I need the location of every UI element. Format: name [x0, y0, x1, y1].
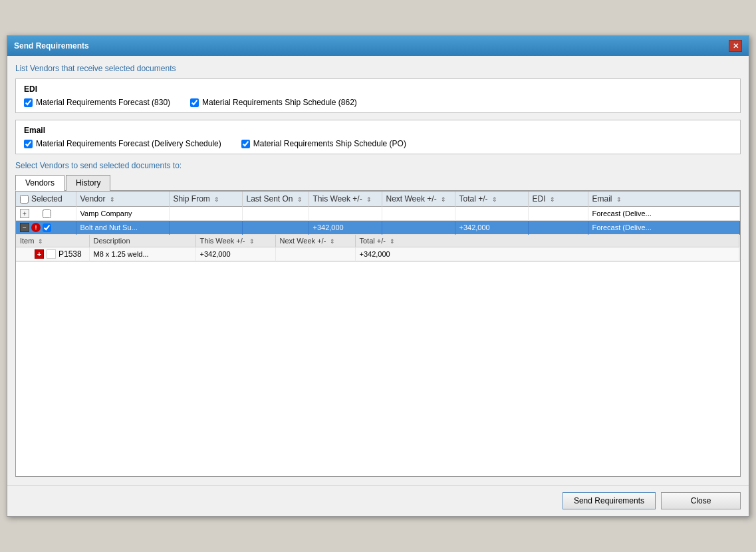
row2-vendor: Bolt and Nut Su... — [76, 221, 169, 235]
col-ship-from: Ship From ⇕ — [169, 192, 242, 207]
col-total: Total +/- ⇕ — [455, 192, 528, 207]
row2-email: Forecast (Delive... — [588, 221, 740, 235]
row1-next-week — [382, 207, 455, 221]
col-next-week: Next Week +/- ⇕ — [382, 192, 455, 207]
vendors-table: Selected Vendor ⇕ Ship From ⇕ Last Se — [16, 192, 740, 262]
col-selected: Selected — [16, 192, 76, 207]
row1-edi — [528, 207, 588, 221]
select-all-checkbox[interactable] — [20, 195, 29, 204]
tab-vendors[interactable]: Vendors — [15, 175, 64, 191]
row1-vendor: Vamp Company — [76, 207, 169, 221]
sub-this-week-sort: ⇕ — [249, 238, 255, 245]
vendors-table-container: Selected Vendor ⇕ Ship From ⇕ Last Se — [15, 191, 741, 477]
close-button[interactable]: Close — [661, 492, 741, 509]
tab-history[interactable]: History — [66, 175, 110, 191]
last-sent-sort-icon: ⇕ — [297, 196, 303, 203]
row1-total — [455, 207, 528, 221]
sub-col-description: Description — [89, 235, 195, 247]
total-sort-icon: ⇕ — [492, 196, 497, 203]
sub-col-next-week: Next Week +/- ⇕ — [275, 235, 355, 247]
next-week-sort-icon: ⇕ — [441, 196, 446, 203]
edi-sort-icon: ⇕ — [550, 196, 555, 203]
table-row[interactable]: − ! Bolt and Nut Su... +342,000 +342,000 — [16, 221, 740, 235]
title-bar: Send Requirements ✕ — [7, 36, 749, 56]
row2-expand-btn[interactable]: − — [20, 223, 29, 232]
sub-row1-this-week: +342,000 — [195, 247, 275, 261]
email-checkbox-1[interactable]: Material Requirements Forecast (Delivery… — [24, 139, 221, 148]
email-checkbox-2-label: Material Requirements Ship Schedule (PO) — [253, 139, 406, 148]
edi-checkbox-1-input[interactable] — [24, 98, 33, 107]
sub-row1-total: +342,000 — [355, 247, 739, 261]
col-selected-label: Selected — [31, 194, 63, 204]
this-week-sort-icon: ⇕ — [366, 196, 372, 203]
edi-checkbox-2-input[interactable] — [190, 98, 199, 107]
sub-item-sort: ⇕ — [38, 238, 43, 245]
vendor-sort-icon: ⇕ — [110, 196, 115, 203]
row2-edi — [528, 221, 588, 235]
sub-col-item: Item ⇕ — [16, 235, 89, 247]
edi-checkbox-1-label: Material Requirements Forecast (830) — [36, 98, 170, 107]
edi-checkbox-1[interactable]: Material Requirements Forecast (830) — [24, 98, 170, 107]
row1-selected-cell: + — [16, 207, 76, 221]
sub-total-sort: ⇕ — [390, 238, 395, 245]
edi-section: EDI Material Requirements Forecast (830)… — [15, 78, 741, 113]
dialog-body: List Vendors that receive selected docum… — [7, 56, 749, 485]
edi-checkbox-2[interactable]: Material Requirements Ship Schedule (862… — [190, 98, 357, 107]
table-header-row: Selected Vendor ⇕ Ship From ⇕ Last Se — [16, 192, 740, 207]
edi-checkbox-row: Material Requirements Forecast (830) Mat… — [24, 98, 732, 107]
edi-label: EDI — [24, 84, 732, 94]
row2-this-week: +342,000 — [309, 221, 382, 235]
row2-last-sent — [242, 221, 309, 235]
row2-ship-from — [169, 221, 242, 235]
list-vendors-label: List Vendors that receive selected docum… — [15, 64, 741, 73]
col-this-week: This Week +/- ⇕ — [309, 192, 382, 207]
row1-last-sent — [242, 207, 309, 221]
select-vendors-label: Select Vendors to send selected document… — [15, 161, 741, 170]
sub-row1-next-week — [275, 247, 355, 261]
col-vendor: Vendor ⇕ — [76, 192, 169, 207]
email-checkbox-row: Material Requirements Forecast (Delivery… — [24, 139, 732, 148]
dialog: Send Requirements ✕ List Vendors that re… — [7, 35, 749, 517]
send-requirements-button[interactable]: Send Requirements — [563, 492, 656, 509]
col-last-sent-on: Last Sent On ⇕ — [242, 192, 309, 207]
col-edi: EDI ⇕ — [528, 192, 588, 207]
dialog-title: Send Requirements — [14, 41, 89, 51]
row1-checkbox[interactable] — [43, 209, 51, 218]
row2-error-icon: ! — [31, 223, 41, 232]
email-checkbox-1-input[interactable] — [24, 140, 33, 148]
row1-this-week — [309, 207, 382, 221]
close-window-button[interactable]: ✕ — [729, 40, 742, 52]
tabs-container: Vendors History — [15, 174, 741, 191]
row2-next-week — [382, 221, 455, 235]
title-bar-buttons: ✕ — [729, 40, 742, 52]
sub-table-row: Item ⇕ Description This Week +/- ⇕ Next … — [16, 235, 740, 262]
email-checkbox-2-input[interactable] — [241, 140, 250, 148]
dialog-footer: Send Requirements Close — [7, 485, 749, 516]
row1-email: Forecast (Delive... — [588, 207, 740, 221]
sub-col-this-week: This Week +/- ⇕ — [195, 235, 275, 247]
email-checkbox-2[interactable]: Material Requirements Ship Schedule (PO) — [241, 139, 406, 148]
row2-total: +342,000 — [455, 221, 528, 235]
row1-expand-btn[interactable]: + — [20, 209, 29, 218]
sub-next-week-sort: ⇕ — [330, 238, 335, 245]
email-label: Email — [24, 126, 732, 135]
email-checkbox-1-label: Material Requirements Forecast (Delivery… — [36, 139, 221, 148]
sub-row1-expand[interactable]: + — [35, 249, 44, 259]
row1-ship-from — [169, 207, 242, 221]
col-email: Email ⇕ — [588, 192, 740, 207]
row2-selected-cell: − ! — [16, 221, 76, 235]
list-item[interactable]: + P1538 M8 x 1.25 weld... +342,000 — [16, 247, 739, 261]
sub-col-total: Total +/- ⇕ — [355, 235, 739, 247]
email-sort-icon: ⇕ — [616, 196, 622, 203]
email-section: Email Material Requirements Forecast (De… — [15, 120, 741, 154]
sub-table-header-row: Item ⇕ Description This Week +/- ⇕ Next … — [16, 235, 739, 247]
sub-row1-description: M8 x 1.25 weld... — [89, 247, 195, 261]
sub-row1-item: + P1538 — [16, 247, 89, 261]
row2-checkbox[interactable] — [43, 223, 51, 232]
ship-from-sort-icon: ⇕ — [214, 196, 219, 203]
edi-checkbox-2-label: Material Requirements Ship Schedule (862… — [202, 98, 357, 107]
sub-table: Item ⇕ Description This Week +/- ⇕ Next … — [16, 235, 739, 261]
table-row[interactable]: + Vamp Company Forecast (Delive... — [16, 207, 740, 221]
